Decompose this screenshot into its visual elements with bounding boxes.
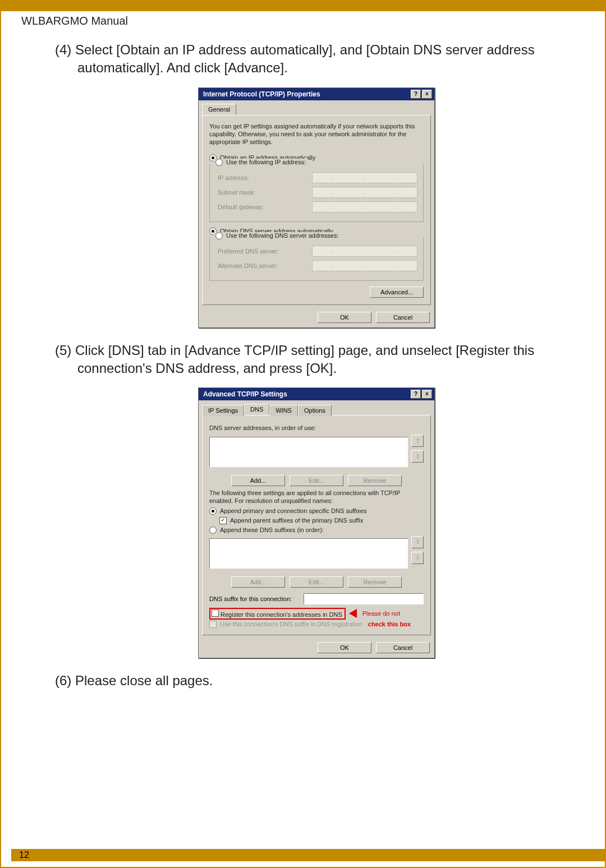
ok-button[interactable]: OK bbox=[318, 312, 371, 323]
radio-append-primary[interactable]: Append primary and connection specific D… bbox=[209, 507, 424, 515]
ok-button[interactable]: OK bbox=[318, 642, 371, 653]
doc-header: WLBARGMO Manual bbox=[1, 11, 605, 30]
general-description: You can get IP settings assigned automat… bbox=[209, 122, 424, 146]
register-checkbox-highlight: Register this connection's addresses in … bbox=[209, 608, 346, 620]
radio-label: Append primary and connection specific D… bbox=[220, 507, 367, 514]
checkbox-icon[interactable] bbox=[209, 621, 217, 628]
page-top-stripe bbox=[1, 1, 605, 11]
move-down-button[interactable]: ⇩ bbox=[411, 552, 424, 564]
dns-suffix-input[interactable] bbox=[304, 593, 424, 604]
callout-text-2: check this box bbox=[368, 621, 411, 627]
edit-button[interactable]: Edit... bbox=[290, 576, 343, 588]
arrow-left-icon bbox=[349, 609, 357, 618]
radio-icon bbox=[209, 507, 217, 515]
dns-suffix-label: DNS suffix for this connection: bbox=[209, 595, 299, 602]
dns-order-label: DNS server addresses, in order of use: bbox=[209, 424, 424, 432]
use-dns-group: Use the following DNS server addresses: … bbox=[209, 237, 424, 281]
dns-suffixes-list[interactable] bbox=[209, 538, 408, 569]
tab-row: IP Settings DNS WINS Options bbox=[199, 400, 434, 415]
step-4-text: (4) Select [Obtain an IP address automat… bbox=[55, 41, 578, 77]
move-up-button[interactable]: ⇧ bbox=[411, 435, 424, 447]
tab-dns[interactable]: DNS bbox=[244, 404, 269, 415]
suffix-description: The following three settings are applied… bbox=[209, 490, 424, 505]
checkbox-append-parent[interactable]: Append parent suffixes of the primary DN… bbox=[209, 517, 424, 524]
tab-ip-settings[interactable]: IP Settings bbox=[202, 405, 244, 416]
callout-text-1: Please do not bbox=[362, 610, 400, 617]
default-gateway-input[interactable]: ... bbox=[312, 201, 417, 213]
checkbox-icon[interactable] bbox=[212, 610, 219, 617]
move-down-button[interactable]: ⇩ bbox=[411, 450, 424, 463]
preferred-dns-label: Preferred DNS server: bbox=[218, 248, 307, 255]
tcpip-properties-dialog: Internet Protocol (TCP/IP) Properties ? … bbox=[198, 87, 435, 328]
dialog-title: Advanced TCP/IP Settings bbox=[203, 390, 287, 398]
add-button[interactable]: Add... bbox=[231, 475, 285, 486]
tab-row: General bbox=[199, 100, 434, 115]
register-checkbox-label: Register this connection's addresses in … bbox=[221, 611, 342, 618]
cancel-button[interactable]: Cancel bbox=[376, 642, 430, 653]
checkbox-icon bbox=[219, 517, 227, 524]
radio-icon[interactable] bbox=[215, 159, 223, 166]
use-ip-group: Use the following IP address: IP address… bbox=[209, 164, 424, 222]
radio-label: Append these DNS suffixes (in order): bbox=[220, 527, 324, 533]
manual-page: WLBARGMO Manual (4) Select [Obtain an IP… bbox=[0, 0, 606, 868]
close-icon[interactable]: × bbox=[422, 390, 432, 399]
ip-address-label: IP address: bbox=[218, 174, 307, 181]
dialog-titlebar: Advanced TCP/IP Settings ? × bbox=[199, 388, 434, 400]
help-icon[interactable]: ? bbox=[411, 390, 421, 399]
ip-address-input[interactable]: ... bbox=[312, 172, 417, 183]
close-icon[interactable]: × bbox=[422, 90, 432, 99]
subnet-mask-input[interactable]: ... bbox=[312, 187, 417, 198]
remove-button[interactable]: Remove bbox=[348, 475, 402, 486]
advanced-tcpip-dialog: Advanced TCP/IP Settings ? × IP Settings… bbox=[198, 387, 435, 658]
help-icon[interactable]: ? bbox=[411, 90, 421, 99]
use-suffix-checkbox-label: Use this connection's DNS suffix in DNS … bbox=[220, 621, 362, 627]
tab-options[interactable]: Options bbox=[298, 405, 332, 416]
default-gateway-label: Default gateway: bbox=[218, 204, 307, 210]
edit-button[interactable]: Edit... bbox=[290, 475, 343, 486]
page-number: 12 bbox=[19, 850, 29, 860]
remove-button[interactable]: Remove bbox=[348, 576, 402, 588]
add-button[interactable]: Add... bbox=[231, 576, 285, 588]
dialog-titlebar: Internet Protocol (TCP/IP) Properties ? … bbox=[199, 88, 434, 100]
radio-append-these[interactable]: Append these DNS suffixes (in order): bbox=[209, 527, 424, 534]
tab-general[interactable]: General bbox=[202, 104, 236, 115]
radio-icon[interactable] bbox=[215, 232, 223, 239]
alternate-dns-input[interactable]: ... bbox=[312, 260, 417, 271]
radio-use-dns-label: Use the following DNS server addresses: bbox=[226, 232, 339, 239]
radio-icon bbox=[209, 527, 217, 534]
advanced-button[interactable]: Advanced... bbox=[370, 287, 424, 298]
preferred-dns-input[interactable]: ... bbox=[312, 246, 417, 257]
checkbox-label: Append parent suffixes of the primary DN… bbox=[230, 517, 363, 524]
page-number-bar: 12 bbox=[11, 849, 605, 861]
dns-servers-list[interactable] bbox=[209, 437, 408, 467]
cancel-button[interactable]: Cancel bbox=[376, 312, 430, 323]
dns-tab-panel: DNS server addresses, in order of use: ⇧… bbox=[202, 415, 431, 635]
move-up-button[interactable]: ⇧ bbox=[411, 536, 424, 548]
radio-use-ip-label: Use the following IP address: bbox=[226, 159, 306, 165]
general-tab-panel: You can get IP settings assigned automat… bbox=[202, 115, 431, 305]
dialog-title: Internet Protocol (TCP/IP) Properties bbox=[203, 90, 320, 98]
subnet-mask-label: Subnet mask: bbox=[218, 189, 307, 196]
alternate-dns-label: Alternate DNS server: bbox=[218, 262, 307, 269]
step-6-text: (6) Please close all pages. bbox=[55, 672, 578, 690]
step-5-text: (5) Click [DNS] tab in [Advance TCP/IP s… bbox=[55, 341, 578, 378]
page-content: (4) Select [Obtain an IP address automat… bbox=[1, 30, 605, 690]
tab-wins[interactable]: WINS bbox=[269, 405, 298, 416]
